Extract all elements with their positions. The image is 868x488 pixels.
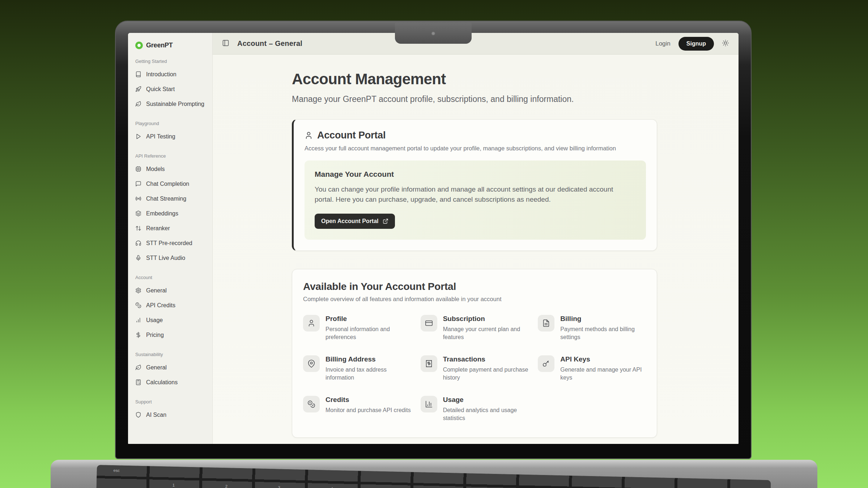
logo[interactable]: GreenPT <box>128 42 212 49</box>
feature-description: Monitor and purchase API credits <box>326 406 411 414</box>
laptop-notch <box>395 23 472 44</box>
feature-title: Profile <box>326 315 411 323</box>
map-pin-icon <box>303 355 320 372</box>
sidebar-item-label: AI Scan <box>146 412 166 418</box>
login-button[interactable]: Login <box>655 40 671 47</box>
sidebar-item-stt-pre-recorded[interactable]: STT Pre-recorded <box>128 236 212 251</box>
external-link-icon <box>383 218 388 224</box>
sidebar-item-stt-live-audio[interactable]: STT Live Audio <box>128 251 212 265</box>
feature-transactions: Transactions Complete payment and purcha… <box>421 355 529 381</box>
sidebar-item-label: General <box>146 364 167 371</box>
keyboard-key: 2 <box>225 484 227 488</box>
sidebar-item-label: Calculations <box>146 379 178 386</box>
sidebar-item-ai-scan[interactable]: AI Scan <box>128 407 212 422</box>
account-portal-card: Account Portal Access your full account … <box>292 119 657 251</box>
user-icon <box>303 315 320 331</box>
feature-title: Billing <box>560 315 646 323</box>
sidebar-item-label: Pricing <box>146 332 164 338</box>
card-subtitle: Complete overview of all features and in… <box>303 296 646 303</box>
user-icon <box>305 131 313 140</box>
radio-icon <box>135 196 141 202</box>
sidebar-item-label: Usage <box>146 317 163 324</box>
sidebar-item-chat-completion[interactable]: Chat Completion <box>128 176 212 191</box>
sidebar-item-label: Quick Start <box>146 86 175 93</box>
card-title: Available in Your Account Portal <box>303 281 646 292</box>
feature-description: Personal information and preferences <box>326 325 411 341</box>
headphones-icon <box>135 240 141 246</box>
sidebar-item-label: API Credits <box>146 302 175 309</box>
feature-usage: Usage Detailed analytics and usage stati… <box>421 396 529 422</box>
section-label: Sustainability <box>128 352 212 357</box>
sidebar-item-reranker[interactable]: Reranker <box>128 221 212 236</box>
sun-icon <box>722 39 729 47</box>
bar-chart-icon <box>135 317 141 323</box>
page-subtitle: Manage your GreenPT account profile, sub… <box>292 94 657 104</box>
file-text-icon <box>538 315 554 331</box>
feature-description: Invoice and tax address information <box>326 366 411 381</box>
card-title: Account Portal <box>317 130 386 141</box>
camera-dot <box>431 31 435 35</box>
feature-description: Manage your current plan and features <box>443 325 529 341</box>
sidebar-item-sustainable-prompting[interactable]: Sustainable Prompting <box>128 97 212 111</box>
arrow-up-down-icon <box>135 225 141 231</box>
content-area: Account Management Manage your GreenPT a… <box>213 55 739 444</box>
sidebar-item-introduction[interactable]: Introduction <box>128 67 212 82</box>
card-description: Access your full account management port… <box>305 145 646 152</box>
message-square-icon <box>135 181 141 187</box>
section-api-reference: API Reference Models Chat Completion Cha… <box>128 153 212 265</box>
feature-billing: Billing Payment methods and billing sett… <box>538 315 646 341</box>
calculator-icon <box>135 379 141 385</box>
sidebar-item-pricing[interactable]: Pricing <box>128 328 212 342</box>
feature-description: Complete payment and purchase history <box>443 366 529 381</box>
receipt-icon <box>421 355 437 372</box>
shield-icon <box>135 412 141 418</box>
sidebar-item-label: STT Pre-recorded <box>146 240 192 247</box>
theme-toggle-button[interactable] <box>722 39 729 48</box>
sidebar-item-calculations[interactable]: Calculations <box>128 375 212 390</box>
section-label: Account <box>128 275 212 280</box>
keyboard-key: 1 <box>173 483 175 487</box>
feature-subscription: Subscription Manage your current plan an… <box>421 315 529 341</box>
sidebar-item-sustainability-general[interactable]: General <box>128 360 212 375</box>
sidebar-item-account-general[interactable]: General <box>128 283 212 298</box>
sidebar-item-embeddings[interactable]: Embeddings <box>128 206 212 221</box>
sidebar-item-label: Sustainable Prompting <box>146 101 204 107</box>
sidebar-item-label: Embeddings <box>146 210 178 217</box>
keyboard: esc tab 1 2 3 4 5 6 Q W E <box>95 465 771 488</box>
section-label: API Reference <box>128 153 212 159</box>
leaf-icon <box>135 364 141 371</box>
coins-icon <box>135 302 141 308</box>
sidebar-item-quick-start[interactable]: Quick Start <box>128 82 212 97</box>
sidebar-item-chat-streaming[interactable]: Chat Streaming <box>128 191 212 206</box>
bar-chart-icon <box>421 396 437 412</box>
book-icon <box>135 71 141 77</box>
section-playground: Playground API Testing <box>128 121 212 144</box>
sidebar-item-label: Chat Streaming <box>146 196 186 202</box>
open-account-portal-button[interactable]: Open Account Portal <box>315 214 395 229</box>
feature-title: Transactions <box>443 355 529 363</box>
feature-credits: Credits Monitor and purchase API credits <box>303 396 411 422</box>
layers-icon <box>135 210 141 217</box>
features-card: Available in Your Account Portal Complet… <box>292 269 657 438</box>
rocket-icon <box>135 86 141 92</box>
sidebar-item-label: Introduction <box>146 71 176 78</box>
sidebar-toggle-button[interactable] <box>222 39 229 48</box>
account-portal-header: Account Portal <box>305 130 646 141</box>
breadcrumb: Account – General <box>237 39 302 48</box>
panel-left-icon <box>222 39 229 47</box>
sidebar-item-models[interactable]: Models <box>128 162 212 176</box>
main-pane: Account – General Login Signup Account M… <box>213 33 739 444</box>
section-label: Support <box>128 399 212 404</box>
button-label: Open Account Portal <box>321 218 379 224</box>
sidebar-item-api-credits[interactable]: API Credits <box>128 298 212 313</box>
laptop-screen: GreenPT Getting Started Introduction Qui… <box>115 21 752 459</box>
mic-icon <box>135 255 141 261</box>
section-label: Getting Started <box>128 59 212 64</box>
signup-button[interactable]: Signup <box>678 37 714 51</box>
play-icon <box>135 133 141 140</box>
sidebar-item-usage[interactable]: Usage <box>128 313 212 328</box>
sidebar-item-api-testing[interactable]: API Testing <box>128 129 212 144</box>
leaf-icon <box>135 101 141 107</box>
coins-icon <box>303 396 320 412</box>
feature-title: Credits <box>326 396 411 404</box>
